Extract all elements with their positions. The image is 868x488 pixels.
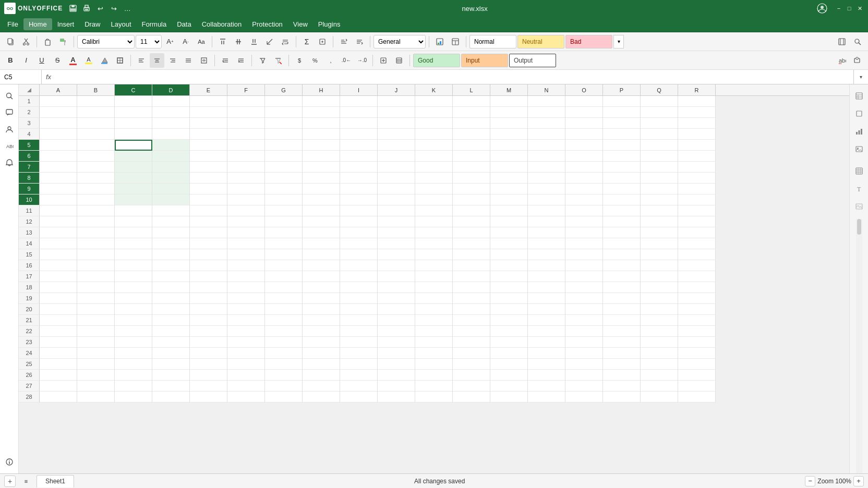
cell-G1[interactable] (265, 96, 303, 107)
cell-N27[interactable] (528, 381, 565, 392)
row-header-24[interactable]: 24 (19, 348, 40, 359)
cell-E1[interactable] (190, 96, 227, 107)
cell-H15[interactable] (303, 249, 340, 260)
cell-F19[interactable] (227, 293, 265, 304)
cell-J12[interactable] (378, 216, 415, 227)
cell-F3[interactable] (227, 118, 265, 129)
italic-button[interactable]: I (19, 53, 33, 68)
cell-G14[interactable] (265, 238, 303, 249)
cell-H23[interactable] (303, 337, 340, 348)
cell-A19[interactable] (40, 293, 77, 304)
cell-M16[interactable] (490, 260, 528, 271)
cell-E14[interactable] (190, 238, 227, 249)
cell-G25[interactable] (265, 359, 303, 370)
row-header-27[interactable]: 27 (19, 381, 40, 392)
cell-F22[interactable] (227, 326, 265, 337)
cell-C14[interactable] (115, 238, 152, 249)
cell-K9[interactable] (415, 184, 453, 194)
cell-L3[interactable] (453, 118, 490, 129)
cell-R17[interactable] (678, 271, 716, 282)
cell-I6[interactable] (340, 151, 378, 162)
cell-G17[interactable] (265, 271, 303, 282)
cell-G24[interactable] (265, 348, 303, 359)
style-good-badge[interactable]: Good (413, 54, 460, 67)
cell-J27[interactable] (378, 381, 415, 392)
cell-R21[interactable] (678, 315, 716, 326)
right-icon-text[interactable]: T (852, 181, 866, 196)
cell-H9[interactable] (303, 184, 340, 194)
cell-B26[interactable] (77, 370, 115, 381)
cell-J7[interactable] (378, 162, 415, 173)
cell-O23[interactable] (565, 337, 603, 348)
col-header-R[interactable]: R (678, 84, 716, 95)
font-color-button[interactable]: A (66, 53, 80, 68)
cell-N11[interactable] (528, 205, 565, 216)
col-header-F[interactable]: F (227, 84, 265, 95)
cell-R14[interactable] (678, 238, 716, 249)
cell-M8[interactable] (490, 173, 528, 184)
cell-E25[interactable] (190, 359, 227, 370)
style-normal-badge[interactable]: Normal (469, 35, 516, 48)
cell-D12[interactable] (152, 216, 190, 227)
change-case-button[interactable]: Aa (194, 34, 209, 49)
cell-P15[interactable] (603, 249, 641, 260)
cell-J20[interactable] (378, 304, 415, 315)
conditional-format-button[interactable] (432, 34, 447, 49)
cell-E16[interactable] (190, 260, 227, 271)
cell-E27[interactable] (190, 381, 227, 392)
cell-H10[interactable] (303, 194, 340, 205)
cell-E4[interactable] (190, 129, 227, 140)
cell-B15[interactable] (77, 249, 115, 260)
cell-E17[interactable] (190, 271, 227, 282)
cell-J2[interactable] (378, 107, 415, 118)
align-center-button[interactable] (150, 53, 164, 68)
cell-I4[interactable] (340, 129, 378, 140)
cell-N26[interactable] (528, 370, 565, 381)
cell-Q28[interactable] (641, 392, 678, 402)
cell-D4[interactable] (152, 129, 190, 140)
cell-A7[interactable] (40, 162, 77, 173)
cell-H22[interactable] (303, 326, 340, 337)
cell-C2[interactable] (115, 107, 152, 118)
cell-Q24[interactable] (641, 348, 678, 359)
cell-C16[interactable] (115, 260, 152, 271)
cell-Q5[interactable] (641, 140, 678, 151)
cell-H13[interactable] (303, 227, 340, 238)
close-button[interactable]: ✕ (855, 4, 864, 13)
row-header-4[interactable]: 4 (19, 129, 40, 140)
save-icon[interactable] (67, 2, 79, 15)
cell-L28[interactable] (453, 392, 490, 402)
print-icon[interactable] (80, 2, 93, 15)
cell-H14[interactable] (303, 238, 340, 249)
cell-styles-chevron[interactable]: ▾ (613, 35, 624, 48)
cell-G15[interactable] (265, 249, 303, 260)
cell-Q4[interactable] (641, 129, 678, 140)
cell-I11[interactable] (340, 205, 378, 216)
cell-C5[interactable] (115, 140, 152, 151)
cell-K14[interactable] (415, 238, 453, 249)
sort-desc-button[interactable] (352, 34, 367, 49)
cell-D2[interactable] (152, 107, 190, 118)
row-header-1[interactable]: 1 (19, 96, 40, 107)
info-left-icon[interactable] (2, 455, 17, 469)
cell-P8[interactable] (603, 173, 641, 184)
cell-G3[interactable] (265, 118, 303, 129)
menu-layout[interactable]: Layout (106, 18, 137, 30)
cell-Q19[interactable] (641, 293, 678, 304)
cell-Q25[interactable] (641, 359, 678, 370)
cell-Q26[interactable] (641, 370, 678, 381)
row-header-2[interactable]: 2 (19, 107, 40, 118)
cell-F28[interactable] (227, 392, 265, 402)
cell-M5[interactable] (490, 140, 528, 151)
cell-P11[interactable] (603, 205, 641, 216)
cell-J13[interactable] (378, 227, 415, 238)
cell-B8[interactable] (77, 173, 115, 184)
cell-L21[interactable] (453, 315, 490, 326)
cell-D20[interactable] (152, 304, 190, 315)
cell-C21[interactable] (115, 315, 152, 326)
cell-J18[interactable] (378, 282, 415, 293)
cell-O21[interactable] (565, 315, 603, 326)
cell-C18[interactable] (115, 282, 152, 293)
cell-M17[interactable] (490, 271, 528, 282)
cell-J21[interactable] (378, 315, 415, 326)
